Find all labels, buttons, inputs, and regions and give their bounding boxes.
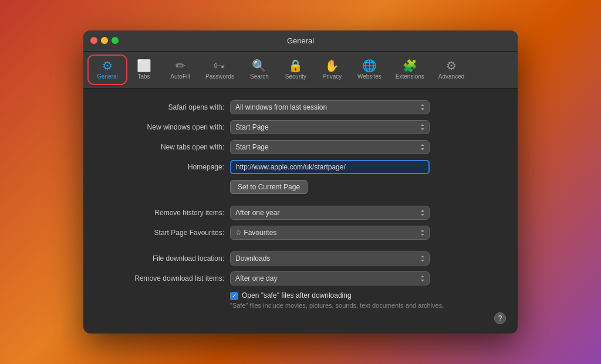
traffic-lights <box>90 37 119 44</box>
file-download-control: Downloads <box>230 251 430 266</box>
tabs-label: Tabs <box>137 73 150 80</box>
checkmark-icon: ✓ <box>232 293 237 299</box>
safari-preferences-window: General ⚙ General ⬜ Tabs ✏ AutoFill 🗝 Pa… <box>83 30 518 334</box>
set-current-button[interactable]: Set to Current Page <box>230 180 308 194</box>
search-label: Search <box>250 73 269 80</box>
advanced-label: Advanced <box>438 73 464 80</box>
help-button[interactable]: ? <box>494 312 506 324</box>
passwords-icon: 🗝 <box>214 60 225 72</box>
safari-opens-label: Safari opens with: <box>101 103 230 111</box>
titlebar: General <box>83 30 518 52</box>
open-safe-row: ✓ Open "safe" files after downloading <box>230 291 500 300</box>
open-safe-text: Open "safe" files after downloading <box>242 291 352 300</box>
general-icon: ⚙ <box>102 60 113 72</box>
privacy-label: Privacy <box>323 73 342 80</box>
remove-download-row: Remove download list items: After one da… <box>101 271 500 285</box>
start-page-fav-control: ☆ Favourites <box>230 226 430 240</box>
search-icon: 🔍 <box>252 60 266 72</box>
tabs-icon: ⬜ <box>137 60 151 72</box>
tab-advanced[interactable]: ⚙ Advanced <box>431 56 471 83</box>
new-windows-row: New windows open with: Start Page <box>101 120 500 134</box>
remove-history-select[interactable]: After one year <box>230 206 430 220</box>
remove-download-select[interactable]: After one day <box>230 271 430 285</box>
remove-history-label: Remove history items: <box>101 209 230 217</box>
tab-tabs[interactable]: ⬜ Tabs <box>126 56 162 83</box>
start-page-fav-label: Start Page Favourites: <box>101 229 230 237</box>
content-area: Safari opens with: All windows from last… <box>83 89 518 334</box>
minimize-button[interactable] <box>101 37 108 44</box>
new-tabs-label: New tabs open with: <box>101 143 230 151</box>
toolbar: ⚙ General ⬜ Tabs ✏ AutoFill 🗝 Passwords … <box>83 52 518 89</box>
open-safe-checkbox[interactable]: ✓ <box>230 292 238 300</box>
remove-download-label: Remove download list items: <box>101 274 230 283</box>
safari-opens-select[interactable]: All windows from last session <box>230 100 430 114</box>
set-current-row: Set to Current Page <box>101 180 500 194</box>
new-tabs-row: New tabs open with: Start Page <box>101 140 500 154</box>
websites-icon: 🌐 <box>362 60 377 72</box>
extensions-label: Extensions <box>396 73 424 80</box>
tab-websites[interactable]: 🌐 Websites <box>350 56 389 83</box>
tab-extensions[interactable]: 🧩 Extensions <box>389 56 431 83</box>
advanced-icon: ⚙ <box>446 60 457 72</box>
homepage-label: Homepage: <box>101 163 230 171</box>
window-title: General <box>287 36 314 45</box>
file-download-label: File download location: <box>101 254 230 263</box>
passwords-label: Passwords <box>205 73 234 80</box>
extensions-icon: 🧩 <box>403 60 417 72</box>
autofill-icon: ✏ <box>175 60 185 72</box>
file-download-select[interactable]: Downloads <box>230 251 430 266</box>
close-button[interactable] <box>90 37 97 44</box>
new-tabs-select[interactable]: Start Page <box>230 140 430 154</box>
safari-opens-row: Safari opens with: All windows from last… <box>101 100 500 114</box>
remove-history-control: After one year <box>230 206 430 220</box>
general-label: General <box>97 73 118 80</box>
autofill-label: AutoFill <box>170 73 190 80</box>
homepage-control <box>230 160 430 174</box>
new-windows-control: Start Page <box>230 120 430 134</box>
tab-privacy[interactable]: ✋ Privacy <box>314 56 350 83</box>
file-download-row: File download location: Downloads <box>101 251 500 266</box>
remove-history-row: Remove history items: After one year <box>101 206 500 220</box>
remove-download-control: After one day <box>230 271 430 285</box>
start-page-fav-row: Start Page Favourites: ☆ Favourites <box>101 226 500 240</box>
open-safe-subtext: "Safe" files include movies, pictures, s… <box>230 301 500 310</box>
tab-passwords[interactable]: 🗝 Passwords <box>198 56 241 83</box>
tab-general[interactable]: ⚙ General <box>89 56 126 83</box>
new-windows-select[interactable]: Start Page <box>230 120 430 134</box>
websites-label: Websites <box>357 73 381 80</box>
privacy-icon: ✋ <box>325 60 339 72</box>
security-label: Security <box>285 73 306 80</box>
homepage-row: Homepage: <box>101 160 500 174</box>
security-icon: 🔒 <box>288 60 303 72</box>
tab-security[interactable]: 🔒 Security <box>278 56 314 83</box>
tab-search[interactable]: 🔍 Search <box>241 56 278 83</box>
new-windows-label: New windows open with: <box>101 123 230 131</box>
open-safe-label[interactable]: ✓ Open "safe" files after downloading <box>230 291 352 300</box>
tab-autofill[interactable]: ✏ AutoFill <box>162 56 198 83</box>
maximize-button[interactable] <box>112 37 119 44</box>
new-tabs-control: Start Page <box>230 140 430 154</box>
homepage-input[interactable] <box>230 160 430 174</box>
start-page-fav-select[interactable]: ☆ Favourites <box>230 226 430 240</box>
safari-opens-control: All windows from last session <box>230 100 430 114</box>
